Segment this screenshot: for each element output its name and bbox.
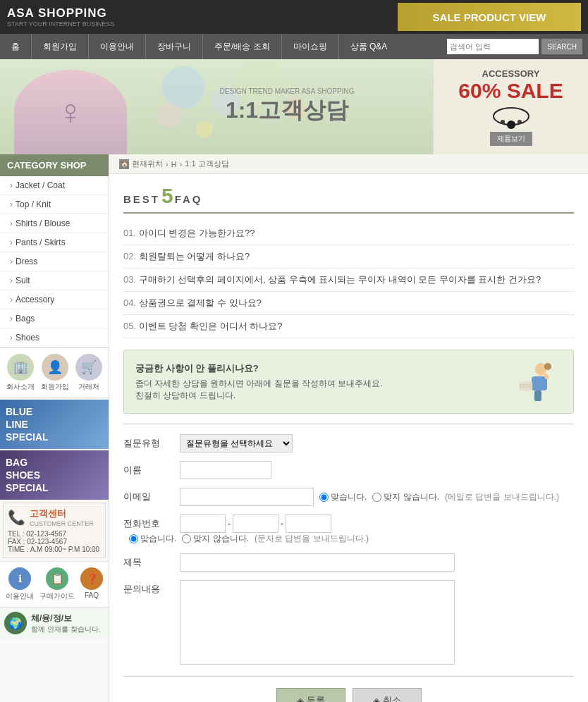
svg-point-17: [544, 363, 551, 370]
sidebar-item-top[interactable]: ›Top / Knit: [0, 195, 109, 214]
sidebar-item-pants[interactable]: ›Pants / Skirts: [0, 233, 109, 252]
phone-input-1[interactable]: [180, 515, 226, 533]
faq-item-4[interactable]: 04. 상품권으로 결제할 수 있나요?: [123, 292, 574, 315]
sidebar-item-shirts[interactable]: ›Shirts / Blouse: [0, 214, 109, 233]
nav-register[interactable]: 회원가입: [32, 34, 89, 59]
company-icon-btn[interactable]: 🏢 회사소개: [6, 354, 35, 392]
search-input[interactable]: [447, 39, 539, 54]
banner-center: DESIGN TREND MAKER ASA SHOPPING 1:1고객상담: [141, 59, 433, 154]
contact-line2: 좀더 자세한 상담을 원하시면 아래에 질문을 작성하여 보내주세요.: [135, 378, 383, 390]
sale-banner[interactable]: SALE PRODUCT VIEW: [398, 3, 581, 31]
phone-radio-group: 맞습니다. 맞지 않습니다. (문자로 답변을 보내드립니다.): [129, 533, 369, 545]
sidebar-bottom-icons: ℹ 이용안내 📋 구매가이드 ❓ FAQ: [0, 561, 109, 607]
faq-title-best: BEST: [123, 193, 160, 205]
breadcrumb-home-icon: 🏠: [119, 159, 129, 169]
phone-icon: 📞: [8, 509, 25, 526]
partner-icon-btn[interactable]: 🛒 거래처: [75, 354, 102, 392]
nav-myshopping[interactable]: 마이쇼핑: [282, 34, 339, 59]
company-info-sub: 함께 인재를 찾습니다.: [31, 624, 100, 634]
breadcrumb: 🏠 현재위치 › H › 1:1 고객상담: [109, 154, 588, 174]
phone-input-3[interactable]: [286, 515, 331, 533]
phone-row: 전화번호 - - 맞습니다. 맞지 않습니다.: [123, 515, 574, 545]
title-label: 제목: [123, 556, 180, 569]
breadcrumb-current: 1:1 고객상담: [185, 159, 228, 169]
nav-info[interactable]: 이용안내: [89, 34, 146, 59]
contact-text-area: 궁금한 사항이 안 풀리시나요? 좀더 자세한 상담을 원하시면 아래에 질문을…: [135, 362, 383, 402]
view-product-button[interactable]: 제품보기: [490, 132, 532, 146]
svg-point-5: [196, 121, 213, 138]
email-input[interactable]: [180, 488, 314, 506]
submit-button[interactable]: ◈ 등록: [276, 688, 345, 702]
faq-item-3[interactable]: 03. 구매하기 선택후의 페이지에서, 상품 우측에 표시되는 무이자 내역이…: [123, 269, 574, 292]
faq-section: BEST 5 FAQ 01. 아이디 변경은 가능한가요?? 02. 회원탈퇴는…: [109, 174, 588, 350]
contact-illustration: [506, 359, 562, 405]
svg-point-8: [501, 120, 505, 124]
contact-line1: 궁금한 사항이 안 풀리시나요?: [135, 362, 383, 375]
sidebar-item-suit[interactable]: ›Suit: [0, 271, 109, 290]
title-input[interactable]: [180, 553, 455, 572]
question-type-select[interactable]: 질문유형을 선택하세요: [180, 434, 293, 452]
company-info-sidebar[interactable]: 🌍 체/융/정/보 함께 인재를 찾습니다.: [0, 607, 109, 639]
faq-title-faq: FAQ: [175, 193, 203, 205]
search-button[interactable]: SEARCH: [541, 39, 582, 54]
svg-rect-15: [534, 390, 541, 401]
svg-point-9: [517, 120, 522, 124]
faq-item-1[interactable]: 01. 아이디 변경은 가능한가요??: [123, 222, 574, 245]
nav-qa[interactable]: 상품 Q&A: [339, 34, 399, 59]
member-icon-btn[interactable]: 👤 회원가입: [41, 354, 69, 392]
name-label: 이름: [123, 464, 180, 476]
phone-correct-label[interactable]: 맞습니다.: [129, 533, 176, 545]
necklace-icon: [490, 102, 532, 130]
reading-person-icon: [509, 361, 558, 403]
sidebar-item-jacket[interactable]: ›Jacket / Coat: [0, 176, 109, 195]
sidebar-item-dress[interactable]: ›Dress: [0, 252, 109, 271]
content-textarea[interactable]: [180, 580, 455, 665]
nav-home[interactable]: 홈: [0, 34, 32, 59]
email-correct-radio[interactable]: [319, 493, 329, 502]
faq-icon-btn[interactable]: ❓ FAQ: [80, 567, 103, 601]
faq-title-num: 5: [161, 185, 173, 207]
cancel-button[interactable]: ◈ 취소: [353, 688, 422, 702]
bag-special-banner[interactable]: BAG SHOES SPECIAL: [0, 450, 109, 500]
email-radio-group: 맞습니다. 맞지 않습니다. (메일로 답변을 보내드립니다.): [319, 491, 559, 503]
sale-percent: 60% SALE: [458, 79, 563, 102]
email-incorrect-radio[interactable]: [372, 493, 381, 502]
content-area: 🏠 현재위치 › H › 1:1 고객상담 BEST 5 FAQ 01. 아이디…: [109, 154, 588, 702]
email-note: (메일로 답변을 보내드립니다.): [445, 491, 559, 503]
logo-title: ASA SHOPPING: [7, 6, 114, 20]
phone-incorrect-radio[interactable]: [182, 534, 191, 543]
nav-order[interactable]: 주문/배송 조회: [203, 34, 282, 59]
customer-tel: TEL : 02-123-4567: [8, 530, 101, 538]
sidebar-item-bags[interactable]: ›Bags: [0, 309, 109, 328]
customer-time: TIME : A.M 09:00~ P.M 10:00: [8, 546, 101, 553]
faq-item-5[interactable]: 05. 이벤트 당첨 확인은 어디서 하나요?: [123, 315, 574, 338]
email-label: 이메일: [123, 491, 180, 503]
sidebar-item-accessory[interactable]: ›Accessory: [0, 290, 109, 309]
form-divider: [123, 424, 574, 424]
nav-cart[interactable]: 장바구니: [146, 34, 203, 59]
email-correct-label[interactable]: 맞습니다.: [319, 491, 367, 503]
accessory-title: ACCESSORY: [482, 68, 540, 79]
customer-fax: FAX : 02-123-4567: [8, 538, 101, 546]
content-row: 문의내용: [123, 580, 574, 665]
email-incorrect-label[interactable]: 맞지 않습니다.: [372, 491, 439, 503]
phone-correct-radio[interactable]: [129, 534, 138, 543]
contact-box: 궁금한 사항이 안 풀리시나요? 좀더 자세한 상담을 원하시면 아래에 질문을…: [123, 350, 574, 414]
blue-special-banner[interactable]: BLUE LINE SPECIAL: [0, 400, 109, 449]
submit-area: ◈ 등록 ◈ 취소: [123, 688, 574, 702]
consultation-label: DESIGN TREND MAKER ASA SHOPPING: [220, 87, 355, 95]
phone-input-2[interactable]: [233, 515, 278, 533]
name-row: 이름: [123, 461, 574, 479]
info-icon-btn[interactable]: ℹ 이용안내: [6, 567, 34, 601]
company-info-title: 체/융/정/보: [31, 612, 100, 624]
svg-rect-12: [520, 382, 532, 390]
main-layout: CATEGORY SHOP ›Jacket / Coat ›Top / Knit…: [0, 154, 588, 702]
faq-item-2[interactable]: 02. 회원탈퇴는 어떻게 하나요?: [123, 245, 574, 269]
svg-rect-11: [532, 376, 547, 390]
sidebar-item-shoes[interactable]: ›Shoes: [0, 328, 109, 347]
guide-icon-btn[interactable]: 📋 구매가이드: [39, 567, 75, 601]
phone-incorrect-label[interactable]: 맞지 않습니다.: [182, 533, 249, 545]
title-row: 제목: [123, 553, 574, 572]
name-input[interactable]: [180, 461, 271, 479]
email-row: 이메일 맞습니다. 맞지 않습니다. (메일로 답변을 보내드립니다.): [123, 488, 574, 506]
